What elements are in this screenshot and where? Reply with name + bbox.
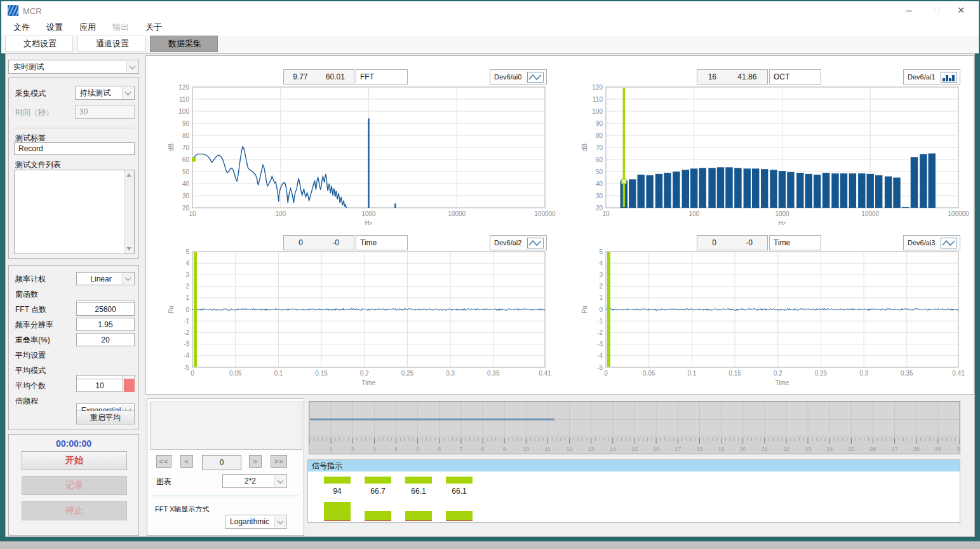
tab-0[interactable]: 文档设置 <box>5 36 73 52</box>
cursor-readout-box: 1641.86 <box>697 69 768 85</box>
channel-box[interactable]: Dev6/ai0 <box>490 69 547 85</box>
tab-1[interactable]: 通道设置 <box>77 36 145 52</box>
svg-text:26: 26 <box>869 446 876 452</box>
setting-input-7[interactable]: 10 <box>76 379 123 392</box>
svg-text:-1: -1 <box>597 318 603 325</box>
chart-type-box[interactable]: Time <box>356 235 408 250</box>
menu-item-0[interactable]: 文件 <box>5 19 38 36</box>
test-tag-input[interactable]: Record <box>14 142 135 155</box>
svg-text:40: 40 <box>182 180 190 187</box>
svg-text:5: 5 <box>416 446 419 452</box>
svg-text:10: 10 <box>189 210 196 217</box>
signal-level-value: 94 <box>324 487 351 496</box>
timeline-plot[interactable]: 1234567891011121314151617181920212223242… <box>309 402 960 454</box>
divider <box>14 128 135 128</box>
svg-text:1000: 1000 <box>775 210 789 217</box>
chevron-down-icon[interactable] <box>122 87 133 98</box>
signal-level-bar <box>365 477 391 484</box>
scroll-down-icon[interactable] <box>126 247 131 250</box>
menu-item-4[interactable]: 关于 <box>137 19 170 36</box>
svg-text:0.25: 0.25 <box>401 370 414 377</box>
svg-text:21: 21 <box>762 446 768 452</box>
chart-layout-select[interactable]: 2*2 <box>222 474 287 488</box>
test-mode-select[interactable]: 实时测试 <box>8 60 139 74</box>
svg-text:80: 80 <box>596 132 603 139</box>
svg-text:23: 23 <box>805 446 811 452</box>
svg-text:100000: 100000 <box>534 210 556 217</box>
analysis-settings-groupbox: 频率计权Linear窗函数HanningFFT 点数25600频率分辨率1.95… <box>8 265 139 430</box>
svg-text:0.3: 0.3 <box>859 370 868 377</box>
setting-select-0[interactable]: Linear <box>76 272 135 285</box>
cursor-readout-value: 9.77 <box>293 72 307 81</box>
restart-average-button[interactable]: 重启平均 <box>76 410 135 424</box>
line-chart-icon <box>941 238 957 248</box>
record-button[interactable]: 记录 <box>22 476 127 495</box>
pager-first-button[interactable]: << <box>156 455 171 468</box>
svg-text:0.35: 0.35 <box>901 370 913 377</box>
setting-label-5: 平均设置 <box>15 350 46 361</box>
start-button[interactable]: 开始 <box>22 451 127 470</box>
record-timeline[interactable]: 1234567891011121314151617181920212223242… <box>309 401 960 454</box>
chart-quadrant-Dev6-ai1: 2030405060708090100110120101001000100001… <box>560 57 974 225</box>
fft-xaxis-value: Logarithmic <box>230 517 269 526</box>
channel-label: Dev6/ai3 <box>908 239 935 247</box>
menu-item-1[interactable]: 设置 <box>38 19 71 36</box>
menu-item-2[interactable]: 应用 <box>71 19 104 36</box>
pager-prev-button[interactable]: < <box>180 455 193 468</box>
pager-last-button[interactable]: >> <box>271 455 287 468</box>
cursor-readout-value: -0 <box>746 238 753 247</box>
setting-input-4[interactable]: 20 <box>76 333 135 346</box>
svg-text:3: 3 <box>185 271 189 278</box>
channel-box[interactable]: Dev6/ai3 <box>903 235 960 250</box>
cursor-readout-box: 9.7760.01 <box>283 69 354 85</box>
setting-input-2[interactable]: 25600 <box>76 302 135 316</box>
svg-text:4: 4 <box>599 260 603 267</box>
scroll-up-icon[interactable] <box>126 173 131 177</box>
svg-text:-3: -3 <box>184 341 189 348</box>
setting-label-0: 频率计权 <box>15 274 46 285</box>
close-button[interactable]: ✕ <box>947 1 975 19</box>
test-file-listbox[interactable] <box>14 170 135 254</box>
channel-box[interactable]: Dev6/ai2 <box>490 235 547 250</box>
scrollbar[interactable] <box>124 170 134 254</box>
minimize-button[interactable]: ─ <box>895 1 923 19</box>
chart-type-box[interactable]: OCT <box>769 69 821 85</box>
setting-label-8: 倍频程 <box>15 396 38 407</box>
time-seconds-input[interactable]: 30 <box>75 105 135 119</box>
svg-text:9: 9 <box>503 446 506 452</box>
svg-text:28: 28 <box>913 446 920 452</box>
pager-value[interactable]: 0 <box>202 455 241 470</box>
svg-text:110: 110 <box>593 96 603 103</box>
display-controls-panel: << < 0 > >> 图表 2*2 FFT X轴显示方式 Logarithmi… <box>147 398 304 536</box>
chart-type-box[interactable]: Time <box>769 235 821 250</box>
chart-quadrant-Dev6-ai3: -5-4-3-2-101234500.050.10.150.20.250.30.… <box>560 225 974 393</box>
chevron-down-icon[interactable] <box>122 273 133 284</box>
chevron-down-icon[interactable] <box>126 61 138 72</box>
cursor-readout-value: 0 <box>712 238 716 247</box>
chart-type-box[interactable]: FFT <box>356 69 408 85</box>
svg-text:1: 1 <box>330 446 333 452</box>
fft-xaxis-select[interactable]: Logarithmic <box>225 515 287 529</box>
chevron-down-icon[interactable] <box>274 516 286 527</box>
stop-button[interactable]: 停止 <box>22 501 127 520</box>
setting-input-3[interactable]: 1.95 <box>76 318 135 331</box>
svg-text:Hz: Hz <box>365 220 372 225</box>
window-bottom-strip <box>0 541 980 549</box>
cursor-readout-value: 60.01 <box>326 72 345 81</box>
svg-text:10000: 10000 <box>448 210 466 217</box>
chevron-down-icon[interactable] <box>274 475 286 487</box>
elapsed-timer: 00:00:00 <box>9 438 138 449</box>
signal-level-bar <box>324 477 351 484</box>
pager-next-button[interactable]: > <box>249 455 262 468</box>
svg-text:70: 70 <box>182 144 190 151</box>
signal-indicator-header: 信号指示 <box>308 460 960 471</box>
average-count-status-badge <box>124 379 135 392</box>
svg-text:0.3: 0.3 <box>446 370 455 377</box>
svg-text:-5: -5 <box>597 364 603 371</box>
channel-box[interactable]: Dev6/ai1 <box>903 69 960 85</box>
tab-bar: 文档设置通道设置数据采集 <box>1 36 979 53</box>
tab-2[interactable]: 数据采集 <box>150 36 218 52</box>
chart-quadrant-Dev6-ai2: -5-4-3-2-101234500.050.10.150.20.250.30.… <box>147 225 560 393</box>
svg-text:1: 1 <box>185 294 189 301</box>
acq-mode-select[interactable]: 持续测试 <box>75 86 135 100</box>
